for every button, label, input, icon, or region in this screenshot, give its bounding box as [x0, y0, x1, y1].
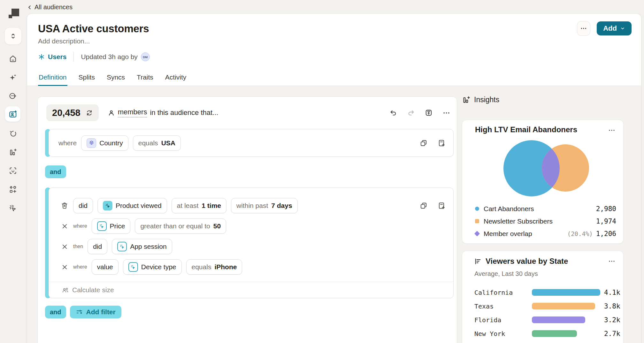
legend-marker-circle	[475, 207, 479, 211]
legend-value: 1,206	[596, 230, 616, 238]
time-window-pill[interactable]: within past 7 days	[231, 198, 298, 213]
workspace-switcher-button[interactable]	[4, 27, 22, 45]
save-template-icon[interactable]	[425, 109, 433, 117]
apps-grid-plus-icon	[9, 185, 17, 194]
breadcrumb[interactable]: All audiences	[27, 4, 73, 11]
event-pill-app-session[interactable]: App session	[112, 239, 172, 254]
operator-value: USA	[161, 139, 175, 147]
person-icon	[108, 109, 115, 117]
property-label: Country	[99, 139, 123, 147]
bar-new-york	[532, 330, 577, 337]
remove-icon[interactable]	[60, 223, 69, 230]
members-dropdown[interactable]: members	[118, 108, 147, 118]
chevron-left-icon	[27, 4, 33, 10]
operator-pill[interactable]: greater than or equal to 50	[135, 218, 226, 234]
bar-value: 4.1k	[604, 289, 617, 296]
sidebar-item-journeys[interactable]	[5, 126, 20, 141]
tab-activity[interactable]: Activity	[165, 69, 187, 86]
builder-footer-actions: and Add filter	[45, 306, 121, 318]
tab-syncs[interactable]: Syncs	[106, 69, 126, 86]
property-pill-price[interactable]: Price	[92, 218, 131, 234]
description-placeholder[interactable]: Add description...	[38, 37, 90, 45]
entity-badge[interactable]: Users	[38, 53, 66, 61]
legend-marker-diamond	[474, 231, 480, 236]
duplicate-add-icon[interactable]	[437, 139, 446, 147]
bar-label: California	[474, 289, 532, 296]
card-more-icon[interactable]	[608, 257, 616, 265]
home-icon	[9, 54, 17, 63]
bar-value: 3.2k	[604, 316, 617, 324]
bar-card-subtitle: Average, Last 30 days	[474, 270, 538, 278]
and-connector[interactable]: and	[45, 165, 66, 178]
add-filter-label: Add filter	[86, 308, 116, 316]
bar-row: New York 2.7k	[474, 327, 617, 340]
tab-traits[interactable]: Traits	[136, 69, 154, 86]
sidebar-item-activation[interactable]	[5, 201, 20, 216]
remove-icon[interactable]	[60, 243, 69, 250]
refresh-icon[interactable]	[86, 109, 93, 117]
avatar[interactable]: DM	[141, 52, 150, 61]
card-more-icon[interactable]	[608, 126, 616, 134]
tabs: Definition Splits Syncs Traits Activity	[27, 69, 641, 86]
trash-icon[interactable]	[60, 202, 69, 210]
updated-text: Updated 3h ago by	[81, 53, 137, 61]
duplicate-add-icon[interactable]	[437, 202, 446, 210]
undo-icon[interactable]	[389, 109, 397, 117]
member-count: 20,458	[52, 108, 80, 118]
calculate-size-row[interactable]: Calculate size	[49, 282, 453, 298]
keyword-where: where	[58, 139, 77, 147]
more-options-icon[interactable]	[442, 109, 450, 117]
copy-icon[interactable]	[419, 139, 428, 147]
sidebar-item-ai-assistant[interactable]	[5, 70, 20, 85]
audience-card-icon	[9, 110, 17, 118]
property-pill-country[interactable]: Country	[81, 135, 128, 151]
page-more-button[interactable]	[577, 21, 590, 36]
redo-icon[interactable]	[407, 109, 415, 117]
add-filter-button[interactable]: Add filter	[70, 306, 121, 318]
copy-icon[interactable]	[419, 202, 428, 210]
sidebar-item-identity-scan[interactable]	[5, 163, 20, 178]
sidebar-item-audiences[interactable]	[5, 106, 20, 122]
add-button[interactable]: Add	[597, 21, 632, 35]
property-label: Device type	[141, 263, 176, 271]
remove-icon[interactable]	[60, 264, 69, 271]
did-pill[interactable]: did	[88, 239, 107, 254]
event-pill-product-viewed[interactable]: Product viewed	[97, 198, 167, 213]
venn-diagram	[490, 137, 598, 199]
insights-header: Insights	[462, 95, 499, 104]
property-pill-device-type[interactable]: Device type	[123, 259, 182, 275]
bar-florida	[532, 316, 585, 323]
bar-texas	[532, 303, 595, 309]
condition-group-2: did Product viewed at least 1 time withi…	[45, 187, 454, 298]
bar-california	[532, 289, 600, 296]
legend-label: Newsletter Subscribers	[484, 217, 553, 225]
sidebar-item-home[interactable]	[5, 51, 20, 66]
insights-title: Insights	[474, 95, 499, 104]
bar-insight-card: Viewers value by State Average, Last 30 …	[462, 251, 624, 343]
operator-pill[interactable]: equals USA	[133, 135, 181, 151]
member-count-pill: 20,458	[46, 104, 99, 121]
operator-pill[interactable]: equals iPhone	[186, 259, 242, 275]
bar-label: New York	[474, 330, 532, 338]
legend-row: Newsletter Subscribers 1,974	[475, 215, 616, 227]
operator-label: greater than or equal to	[140, 222, 210, 230]
tab-splits[interactable]: Splits	[78, 69, 96, 86]
event-label: App session	[130, 243, 166, 250]
builder-toolbar	[389, 109, 450, 117]
keyword-where: where	[73, 223, 87, 229]
phrase-suffix: in this audience that...	[150, 109, 218, 117]
audience-snowflake-icon	[38, 53, 45, 60]
entity-label: Users	[48, 53, 66, 61]
event-label: Product viewed	[116, 202, 162, 210]
operator-value: iPhone	[214, 263, 237, 271]
and-connector[interactable]: and	[45, 306, 66, 318]
legend-value: 1,974	[596, 217, 616, 225]
did-pill[interactable]: did	[73, 198, 93, 213]
value-pill[interactable]: value	[92, 259, 119, 275]
venn-legend: Cart Abandoners 2,980 Newsletter Subscri…	[475, 202, 616, 240]
sidebar-item-sources[interactable]	[5, 88, 20, 103]
sidebar-item-apps[interactable]	[5, 182, 20, 197]
tab-definition[interactable]: Definition	[38, 69, 67, 86]
sidebar-item-analytics[interactable]	[5, 144, 20, 160]
frequency-pill[interactable]: at least 1 time	[172, 198, 226, 213]
